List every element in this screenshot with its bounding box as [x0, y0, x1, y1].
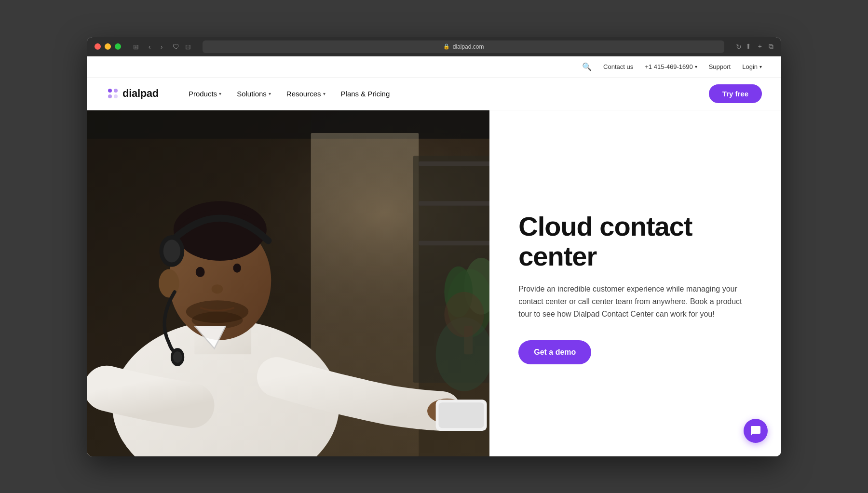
nav-sidebar-icon[interactable]: ⊞ [131, 42, 141, 52]
website-content: 🔍 Contact us +1 415-469-1690 ▾ Support L… [87, 56, 781, 456]
svg-point-31 [173, 351, 182, 363]
tabs-icon[interactable]: ⧉ [769, 42, 773, 51]
svg-point-2 [108, 94, 112, 98]
hero-image-area [87, 110, 489, 456]
contact-us-link[interactable]: Contact us [603, 63, 633, 70]
shield-icon: 🛡 [173, 43, 179, 51]
nav-resources[interactable]: Resources ▾ [280, 86, 332, 102]
svg-rect-34 [439, 402, 484, 428]
traffic-light-fullscreen[interactable] [115, 43, 121, 50]
logo-text: dialpad [122, 87, 159, 100]
resources-dropdown-icon: ▾ [323, 91, 326, 96]
search-button[interactable]: 🔍 [582, 62, 592, 71]
browser-window: ⊞ ‹ › 🛡 ⊡ 🔒 dialpad.com ↻ ⬆ + ⧉ 🔍 Contac… [87, 37, 781, 456]
nav-solutions[interactable]: Solutions ▾ [230, 86, 278, 102]
svg-rect-12 [419, 240, 489, 245]
support-link[interactable]: Support [709, 63, 731, 70]
browser-nav: ⊞ ‹ › [131, 42, 165, 52]
browser-titlebar: ⊞ ‹ › 🛡 ⊡ 🔒 dialpad.com ↻ ⬆ + ⧉ [87, 37, 781, 56]
nav-back-button[interactable]: ‹ [146, 42, 153, 52]
new-tab-icon[interactable]: + [758, 42, 762, 51]
svg-rect-10 [419, 161, 489, 165]
utility-bar: 🔍 Contact us +1 415-469-1690 ▾ Support L… [87, 56, 781, 78]
products-dropdown-icon: ▾ [219, 91, 221, 96]
hero-content: Cloud contact center Provide an incredib… [489, 110, 781, 456]
browser-icons-left: 🛡 ⊡ [173, 43, 191, 51]
nav-products[interactable]: Products ▾ [182, 86, 228, 102]
svg-point-22 [159, 269, 179, 297]
svg-point-24 [233, 263, 241, 272]
hero-description: Provide an incredible customer experienc… [518, 283, 750, 321]
svg-rect-11 [419, 201, 489, 205]
tab-icon: ⊡ [185, 43, 191, 51]
svg-point-23 [196, 266, 205, 277]
browser-icons-right: ⬆ + ⧉ [746, 42, 773, 51]
svg-point-3 [114, 94, 118, 98]
hero-image [87, 110, 489, 456]
dialpad-logo-icon [106, 87, 120, 100]
svg-point-29 [163, 240, 180, 262]
traffic-light-close[interactable] [95, 43, 101, 50]
login-dropdown-icon: ▾ [760, 64, 762, 69]
get-demo-button[interactable]: Get a demo [518, 340, 591, 364]
main-nav: dialpad Products ▾ Solutions ▾ Resources… [87, 78, 781, 110]
svg-point-0 [108, 89, 112, 93]
login-link[interactable]: Login ▾ [742, 63, 762, 70]
hero-title: Cloud contact center [518, 212, 752, 271]
logo[interactable]: dialpad [106, 87, 159, 100]
nav-items: Products ▾ Solutions ▾ Resources ▾ Plans… [182, 86, 709, 102]
traffic-light-minimize[interactable] [105, 43, 111, 50]
nav-forward-button[interactable]: › [158, 42, 165, 52]
address-bar[interactable]: 🔒 dialpad.com [203, 40, 724, 53]
svg-point-1 [114, 89, 118, 93]
refresh-icon[interactable]: ↻ [736, 43, 742, 51]
lock-icon: 🔒 [443, 43, 450, 50]
share-icon[interactable]: ⬆ [746, 42, 751, 51]
hero-section: Cloud contact center Provide an incredib… [87, 110, 781, 456]
try-free-button[interactable]: Try free [709, 84, 762, 103]
phone-number[interactable]: +1 415-469-1690 ▾ [645, 63, 697, 70]
chat-icon [750, 425, 761, 437]
nav-plans-pricing[interactable]: Plans & Pricing [334, 86, 397, 102]
svg-point-36 [444, 292, 484, 337]
svg-point-25 [212, 284, 223, 293]
chat-widget-button[interactable] [744, 419, 768, 443]
url-display: dialpad.com [453, 43, 484, 50]
solutions-dropdown-icon: ▾ [269, 91, 271, 96]
phone-dropdown-icon: ▾ [695, 64, 697, 69]
